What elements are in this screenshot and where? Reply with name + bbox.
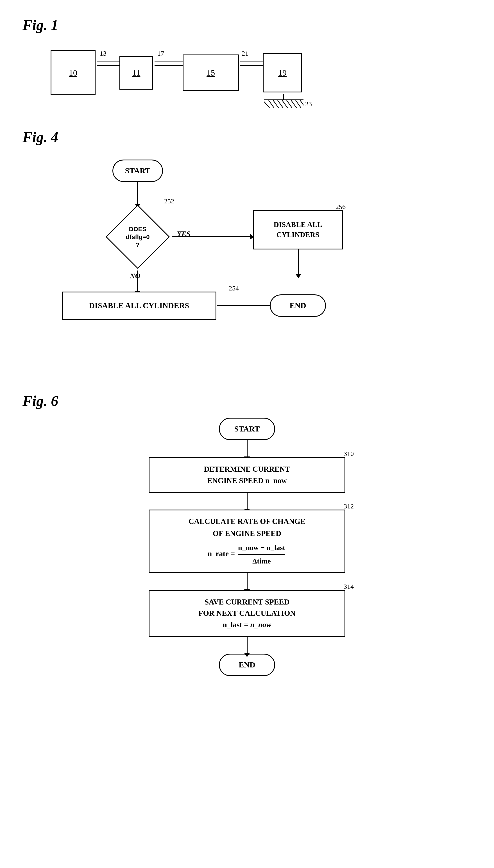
svg-line-6 bbox=[291, 100, 297, 108]
arrow-disable-yes-to-end bbox=[298, 250, 299, 275]
fig6-step1-wrapper: 310 DETERMINE CURRENTENGINE SPEED n_now bbox=[149, 457, 345, 493]
fig1-label: Fig. 1 bbox=[22, 17, 472, 34]
step2-label-top: CALCULATE RATE OF CHANGEOF ENGINE SPEED bbox=[155, 515, 339, 540]
fig6-end-label: END bbox=[239, 660, 255, 669]
arrow-yes bbox=[172, 236, 251, 237]
fig4-section: Fig. 4 START 252 DOES dfsflg=0 bbox=[22, 129, 472, 364]
block-19: 19 bbox=[263, 53, 302, 93]
diamond-ref-252: 252 bbox=[164, 197, 174, 205]
svg-line-4 bbox=[282, 100, 288, 108]
fig6-step2-wrapper: 312 CALCULATE RATE OF CHANGEOF ENGINE SP… bbox=[149, 510, 345, 573]
fig1-section: Fig. 1 10 13 11 17 bbox=[22, 17, 472, 106]
arrow1 bbox=[247, 440, 248, 457]
step3-label: SAVE CURRENT SPEEDFOR NEXT CALCULATIONn_… bbox=[198, 598, 296, 629]
block-19-label: 19 bbox=[278, 68, 287, 78]
shaft-21-label: 21 bbox=[242, 50, 248, 57]
step3-ref: 314 bbox=[344, 583, 354, 590]
disable-no-ref: 254 bbox=[229, 284, 239, 292]
step2-ref: 312 bbox=[344, 502, 354, 510]
fig4-end-label: END bbox=[289, 301, 306, 310]
block-15: 15 bbox=[183, 55, 239, 91]
fig6-flow: START 310 DETERMINE CURRENTENGINE SPEED … bbox=[22, 418, 472, 676]
block-11: 11 bbox=[119, 56, 153, 90]
block-15-label: 15 bbox=[207, 68, 215, 78]
fig6-label: Fig. 6 bbox=[22, 393, 472, 409]
no-label: NO bbox=[130, 272, 140, 280]
step2-formula: n_rate = n_now − n_last Δtime bbox=[155, 542, 339, 567]
fig6-step3-wrapper: 314 SAVE CURRENT SPEEDFOR NEXT CALCULATI… bbox=[149, 590, 345, 637]
disable-yes-label: DISABLE ALLCYLINDERS bbox=[274, 220, 322, 240]
ground-number-label: 23 bbox=[305, 100, 312, 108]
arrow2 bbox=[247, 493, 248, 510]
fig4-end-oval: END bbox=[270, 294, 326, 317]
fig4-start-label: START bbox=[125, 166, 150, 175]
arrow-start-to-diamond bbox=[137, 182, 138, 204]
fig4-disable-yes-box: 256 DISABLE ALLCYLINDERS bbox=[253, 210, 343, 250]
fig6-end: END bbox=[219, 654, 275, 676]
arrow3 bbox=[247, 573, 248, 590]
arrow-no-to-end bbox=[217, 305, 273, 306]
fig6-step1: DETERMINE CURRENTENGINE SPEED n_now bbox=[149, 457, 345, 493]
svg-text:dfsflg=0: dfsflg=0 bbox=[126, 233, 150, 240]
svg-line-2 bbox=[273, 100, 279, 108]
arrow4 bbox=[247, 637, 248, 654]
fig4-disable-no-box: 254 DISABLE ALL CYLINDERS bbox=[62, 292, 216, 320]
step1-label: DETERMINE CURRENTENGINE SPEED n_now bbox=[204, 465, 290, 485]
block-10: 10 bbox=[51, 50, 96, 95]
svg-text:?: ? bbox=[136, 241, 139, 248]
svg-line-0 bbox=[264, 102, 270, 108]
block-11-label: 11 bbox=[132, 68, 140, 78]
fig6-start-label: START bbox=[234, 425, 260, 433]
disable-no-label: DISABLE ALL CYLINDERS bbox=[89, 301, 189, 310]
fig6-start: START bbox=[219, 418, 275, 440]
step1-ref: 310 bbox=[344, 450, 354, 458]
fig6-section: Fig. 6 START 310 DETERMINE CURRENTENGINE… bbox=[22, 393, 472, 676]
svg-line-5 bbox=[287, 100, 292, 108]
arrow-no bbox=[137, 271, 138, 292]
disable-yes-ref: 256 bbox=[336, 203, 346, 211]
svg-line-7 bbox=[296, 100, 301, 108]
fig4-diamond: 252 DOES dfsflg=0 ? bbox=[104, 203, 171, 272]
fig6-step3: SAVE CURRENT SPEEDFOR NEXT CALCULATIONn_… bbox=[149, 590, 345, 637]
shaft-17-label: 17 bbox=[157, 50, 164, 57]
fig6-step2: CALCULATE RATE OF CHANGEOF ENGINE SPEED … bbox=[149, 510, 345, 573]
fig4-label: Fig. 4 bbox=[22, 129, 472, 145]
svg-line-3 bbox=[278, 100, 283, 108]
diamond-shape: DOES dfsflg=0 ? bbox=[104, 203, 171, 271]
shaft-13-label: 13 bbox=[100, 50, 107, 57]
block-10-label: 10 bbox=[69, 68, 77, 78]
svg-text:DOES: DOES bbox=[129, 225, 146, 233]
svg-line-1 bbox=[269, 100, 274, 108]
fig4-start-oval: START bbox=[112, 160, 163, 182]
